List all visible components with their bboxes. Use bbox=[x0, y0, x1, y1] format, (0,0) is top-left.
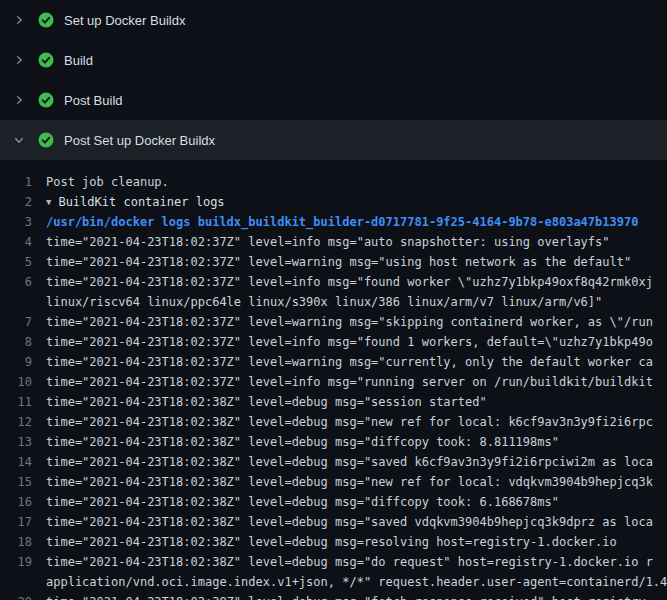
check-circle-icon bbox=[38, 92, 54, 108]
log-line: 17 time="2021-04-23T18:02:38Z" level=deb… bbox=[0, 512, 667, 532]
log-line-number[interactable]: 4 bbox=[0, 232, 46, 252]
check-circle-icon bbox=[38, 52, 54, 68]
chevron-icon bbox=[12, 133, 26, 147]
log-line: 14 time="2021-04-23T18:02:38Z" level=deb… bbox=[0, 452, 667, 472]
log-line-text: time="2021-04-23T18:02:37Z" level=info m… bbox=[46, 272, 653, 292]
check-circle-icon bbox=[38, 132, 54, 148]
log-line: linux/riscv64 linux/ppc64le linux/s390x … bbox=[0, 292, 667, 312]
log-line-number[interactable]: 14 bbox=[0, 452, 46, 472]
log-line: 6 time="2021-04-23T18:02:37Z" level=info… bbox=[0, 272, 667, 292]
log-line[interactable]: 2 ▼BuildKit container logs bbox=[0, 192, 667, 212]
log-line-text: linux/riscv64 linux/ppc64le linux/s390x … bbox=[46, 292, 602, 312]
log-line-text: ▼BuildKit container logs bbox=[46, 192, 225, 212]
log-line-text: time="2021-04-23T18:02:38Z" level=debug … bbox=[46, 392, 487, 412]
step-label: Build bbox=[64, 53, 93, 68]
log-line-text: time="2021-04-23T18:02:38Z" level=debug … bbox=[46, 592, 646, 600]
log-line-number[interactable]: 11 bbox=[0, 392, 46, 412]
log-line-text: /usr/bin/docker logs buildx_buildkit_bui… bbox=[46, 212, 638, 232]
log-line: 5 time="2021-04-23T18:02:37Z" level=warn… bbox=[0, 252, 667, 272]
chevron-icon bbox=[12, 13, 26, 27]
log-line: 3 /usr/bin/docker logs buildx_buildkit_b… bbox=[0, 212, 667, 232]
log-line: 18 time="2021-04-23T18:02:38Z" level=deb… bbox=[0, 532, 667, 552]
step-label: Post Set up Docker Buildx bbox=[64, 133, 215, 148]
log-line-text: Post job cleanup. bbox=[46, 172, 169, 192]
log-line-number[interactable]: 20 bbox=[0, 592, 46, 600]
log-line-number[interactable]: 19 bbox=[0, 552, 46, 572]
workflow-step-4[interactable]: Post Set up Docker Buildx bbox=[0, 120, 667, 160]
log-line-text: time="2021-04-23T18:02:37Z" level=info m… bbox=[46, 372, 653, 392]
step-label: Set up Docker Buildx bbox=[64, 13, 185, 28]
log-line-number[interactable]: 16 bbox=[0, 492, 46, 512]
log-line-number[interactable]: 15 bbox=[0, 472, 46, 492]
log-line-number[interactable] bbox=[0, 572, 46, 592]
check-circle-icon bbox=[38, 12, 54, 28]
log-line-number[interactable]: 1 bbox=[0, 172, 46, 192]
log-line: 13 time="2021-04-23T18:02:38Z" level=deb… bbox=[0, 432, 667, 452]
log-line-number[interactable]: 12 bbox=[0, 412, 46, 432]
group-title: BuildKit container logs bbox=[58, 195, 224, 209]
log-line: 19 time="2021-04-23T18:02:38Z" level=deb… bbox=[0, 552, 667, 572]
log-line-number[interactable]: 8 bbox=[0, 332, 46, 352]
log-area: 1 Post job cleanup. 2 ▼BuildKit containe… bbox=[0, 160, 667, 600]
log-line: 8 time="2021-04-23T18:02:37Z" level=info… bbox=[0, 332, 667, 352]
workflow-step-1[interactable]: Set up Docker Buildx bbox=[0, 0, 667, 40]
log-line: 12 time="2021-04-23T18:02:38Z" level=deb… bbox=[0, 412, 667, 432]
log-line-number[interactable]: 6 bbox=[0, 272, 46, 292]
log-line-text: time="2021-04-23T18:02:38Z" level=debug … bbox=[46, 532, 617, 552]
step-list: Set up Docker Buildx Build P bbox=[0, 0, 667, 160]
log-line-number[interactable]: 9 bbox=[0, 352, 46, 372]
log-line-text: application/vnd.oci.image.index.v1+json,… bbox=[46, 572, 667, 592]
log-line-text: time="2021-04-23T18:02:38Z" level=debug … bbox=[46, 472, 653, 492]
log-line-text: time="2021-04-23T18:02:37Z" level=info m… bbox=[46, 332, 653, 352]
log-line-number[interactable]: 18 bbox=[0, 532, 46, 552]
chevron-icon bbox=[12, 93, 26, 107]
log-line-text: time="2021-04-23T18:02:38Z" level=debug … bbox=[46, 412, 653, 432]
log-line-text: time="2021-04-23T18:02:38Z" level=debug … bbox=[46, 552, 653, 572]
log-line-text: time="2021-04-23T18:02:38Z" level=debug … bbox=[46, 492, 559, 512]
log-line-number[interactable]: 10 bbox=[0, 372, 46, 392]
log-line-text: time="2021-04-23T18:02:37Z" level=warnin… bbox=[46, 252, 631, 272]
log-line: 1 Post job cleanup. bbox=[0, 172, 667, 192]
log-line-text: time="2021-04-23T18:02:37Z" level=info m… bbox=[46, 232, 610, 252]
chevron-icon bbox=[12, 53, 26, 67]
log-line-text: time="2021-04-23T18:02:37Z" level=warnin… bbox=[46, 352, 653, 372]
log-line: 7 time="2021-04-23T18:02:37Z" level=warn… bbox=[0, 312, 667, 332]
log-line-number[interactable]: 17 bbox=[0, 512, 46, 532]
log-line-text: time="2021-04-23T18:02:38Z" level=debug … bbox=[46, 432, 559, 452]
log-line: 9 time="2021-04-23T18:02:37Z" level=warn… bbox=[0, 352, 667, 372]
log-line: 20 time="2021-04-23T18:02:38Z" level=deb… bbox=[0, 592, 667, 600]
log-line: 4 time="2021-04-23T18:02:37Z" level=info… bbox=[0, 232, 667, 252]
workflow-step-2[interactable]: Build bbox=[0, 40, 667, 80]
log-line: 16 time="2021-04-23T18:02:38Z" level=deb… bbox=[0, 492, 667, 512]
step-label: Post Build bbox=[64, 93, 123, 108]
log-line-number[interactable] bbox=[0, 292, 46, 312]
log-line-number[interactable]: 2 bbox=[0, 192, 46, 212]
log-line-text: time="2021-04-23T18:02:38Z" level=debug … bbox=[46, 512, 653, 532]
group-toggle-icon[interactable]: ▼ bbox=[46, 192, 51, 212]
log-line: 10 time="2021-04-23T18:02:37Z" level=inf… bbox=[0, 372, 667, 392]
actions-log-viewer: Set up Docker Buildx Build P bbox=[0, 0, 667, 600]
log-line-number[interactable]: 13 bbox=[0, 432, 46, 452]
log-line-number[interactable]: 7 bbox=[0, 312, 46, 332]
log-line: 11 time="2021-04-23T18:02:38Z" level=deb… bbox=[0, 392, 667, 412]
log-line-text: time="2021-04-23T18:02:38Z" level=debug … bbox=[46, 452, 653, 472]
log-line: 15 time="2021-04-23T18:02:38Z" level=deb… bbox=[0, 472, 667, 492]
log-line: application/vnd.oci.image.index.v1+json,… bbox=[0, 572, 667, 592]
workflow-step-3[interactable]: Post Build bbox=[0, 80, 667, 120]
log-line-text: time="2021-04-23T18:02:37Z" level=warnin… bbox=[46, 312, 653, 332]
log-line-number[interactable]: 5 bbox=[0, 252, 46, 272]
log-line-number[interactable]: 3 bbox=[0, 212, 46, 232]
